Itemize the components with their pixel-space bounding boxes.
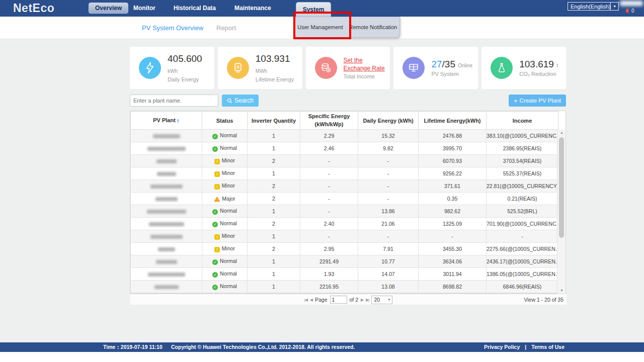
table-row[interactable]: ✓Normal 1 - 13.86 982.62 525.52(BRL) <box>131 205 558 218</box>
income-cell: 383.10(@{1000S_CURRENC... <box>487 130 558 142</box>
privacy-policy-link[interactable]: Privacy Policy <box>484 342 520 352</box>
table-header-row: PV Plant▲▼ Status Inverter Quantity Spec… <box>131 112 558 130</box>
search-button[interactable]: Search <box>222 95 259 107</box>
lifetime-energy-cell: 3455.30 <box>419 243 487 255</box>
subtab-pv-system-overview[interactable]: PV System Overview <box>142 17 203 38</box>
daily-energy-cell: 15.32 <box>358 130 419 142</box>
plant-name-cell[interactable] <box>131 218 202 230</box>
status-icon: ! <box>214 184 220 190</box>
scroll-up-icon[interactable]: ▲ <box>557 131 566 134</box>
status-label: Minor <box>222 233 235 239</box>
table-row[interactable]: !Major 2 - - 0.35 0.21(REAIS) <box>131 193 558 205</box>
lifetime-energy-cell: 982.62 <box>419 205 487 218</box>
plant-name-cell[interactable] <box>131 243 202 255</box>
create-pv-plant-label: Create PV Plant <box>520 98 561 104</box>
menu-item-remote-notification[interactable]: Remote Notification <box>347 24 399 30</box>
table-row[interactable]: !Minor 1 - - 9256.22 5525.37(REAIS) <box>131 167 558 180</box>
nav-tab-maintenance[interactable]: Maintenance <box>234 0 271 17</box>
page-size-value: 20 <box>372 297 387 303</box>
plant-name-cell[interactable] <box>131 255 202 268</box>
daily-energy-value: 405.600 <box>168 53 202 64</box>
nav-tab-system[interactable]: System <box>296 2 331 17</box>
daily-energy-cell: - <box>358 230 419 243</box>
nav-tab-historical-data[interactable]: Historical Data <box>174 0 216 17</box>
plant-name-cell[interactable] <box>131 193 202 205</box>
table-row[interactable]: !Minor 2 - - 371.61 22.81(@{1000S_CURREN… <box>131 180 558 193</box>
income-cell: 2386.95(REAIS) <box>487 142 558 155</box>
plant-name-cell[interactable] <box>131 155 202 167</box>
create-pv-plant-button[interactable]: + Create PV Plant <box>509 95 566 107</box>
first-page-icon[interactable]: |◀ <box>304 298 307 302</box>
income-cell: - <box>487 230 558 243</box>
footer-copyright: Copyright © Huawei Technologies Co.,Ltd.… <box>171 342 355 352</box>
lifetime-energy-label: Lifetime Energy <box>256 76 302 82</box>
table-row[interactable]: ✓Normal 1 2.46 9.82 3995.70 2386.95(REAI… <box>131 142 558 155</box>
inverter-quantity-cell: 1 <box>248 205 300 218</box>
plant-name-input[interactable] <box>130 95 218 107</box>
neteco-logo: NetEco <box>13 2 54 15</box>
plant-name-redacted <box>147 147 186 151</box>
status-label: Minor <box>222 245 235 251</box>
table-row[interactable]: ✓Normal 1 2.29 15.32 2476.88 383.10(@{10… <box>131 130 558 142</box>
inverter-quantity-cell: 1 <box>248 268 300 281</box>
menu-item-user-management[interactable]: User Management <box>294 24 347 30</box>
plant-name-cell[interactable] <box>131 180 202 193</box>
nav-tab-monitor[interactable]: Monitor <box>133 0 155 17</box>
plant-name-cell[interactable] <box>131 230 202 243</box>
table-row[interactable]: !Minor 2 2.95 7.91 3455.30 2275.66(@{100… <box>131 243 558 255</box>
page-number-input[interactable] <box>330 296 347 304</box>
plant-name-redacted <box>157 172 176 176</box>
table-row[interactable]: ✓Normal 1 2216.95 13.08 8698.82 6846.96(… <box>131 281 558 293</box>
sort-icon[interactable]: ▲▼ <box>177 119 180 124</box>
card-total-income: Set the Exchange Rate Total Income <box>306 47 390 89</box>
card-pv-system: 27/35 Online PV System <box>393 47 478 89</box>
plant-name-cell[interactable] <box>131 130 202 142</box>
daily-energy-cell: - <box>358 180 419 193</box>
nav-tab-overview[interactable]: Overview <box>89 3 128 14</box>
table-row[interactable]: ✓Normal 2 2.40 21.06 1325.09 701.90(@{10… <box>131 218 558 230</box>
table-row[interactable]: !Minor 1 - - - - <box>131 230 558 243</box>
scroll-down-icon[interactable]: ▼ <box>557 289 566 292</box>
footer-separator: | <box>525 342 526 352</box>
status-cell: ✓Normal <box>202 268 248 281</box>
status-cell: !Major <box>202 193 248 205</box>
scrollbar-thumb[interactable] <box>559 137 564 238</box>
income-cell: 3703.54(REAIS) <box>487 155 558 167</box>
alarm-indicator[interactable]: 0 <box>625 8 634 14</box>
table-row[interactable]: ✓Normal 1 2291.49 10.77 3634.06 2436.17(… <box>131 255 558 268</box>
last-page-icon[interactable]: ▶| <box>366 298 369 302</box>
plant-name-cell[interactable] <box>131 205 202 218</box>
status-cell: !Minor <box>202 155 248 167</box>
status-cell: ✓Normal <box>202 205 248 218</box>
pv-total-count: /35 <box>442 59 455 69</box>
table-row[interactable]: ✓Normal 1 1.93 14.07 3011.94 1386.05(@{1… <box>131 268 558 281</box>
income-cell: 6846.96(REAIS) <box>487 281 558 293</box>
status-icon: ✓ <box>212 285 218 290</box>
page-of-label: of 2 <box>350 297 359 303</box>
next-page-icon[interactable]: ▶ <box>361 298 363 302</box>
plant-name-cell[interactable] <box>131 167 202 180</box>
inverter-quantity-cell: 2 <box>248 180 300 193</box>
table-row[interactable]: !Minor 2 - - 6070.93 3703.54(REAIS) <box>131 155 558 167</box>
plant-name-redacted <box>156 159 177 163</box>
inverter-quantity-cell: 2 <box>248 243 300 255</box>
plant-name-cell[interactable] <box>131 268 202 281</box>
plant-name-redacted <box>156 260 177 264</box>
page-size-select[interactable]: 20 ▼ <box>371 296 392 304</box>
lifetime-energy-cell: 9256.22 <box>419 167 487 180</box>
subtab-report[interactable]: Report <box>216 17 236 38</box>
username-redacted[interactable] <box>620 1 643 6</box>
lifetime-energy-cell: 3011.94 <box>419 268 487 281</box>
neteco-page: NetEco Overview Monitor Historical Data … <box>0 0 644 362</box>
terms-of-use-link[interactable]: Terms of Use <box>531 342 565 352</box>
plant-name-cell[interactable] <box>131 142 202 155</box>
column-pv-plant[interactable]: PV Plant▲▼ <box>131 112 202 130</box>
language-select[interactable]: English(English) ▼ <box>568 2 619 11</box>
prev-page-icon[interactable]: ◀ <box>310 298 312 302</box>
lifetime-energy-cell: 2476.88 <box>419 130 487 142</box>
lifetime-energy-cell: 3995.70 <box>419 142 487 155</box>
table-scrollbar[interactable]: ▲ ▼ <box>557 129 566 294</box>
plant-name-cell[interactable] <box>131 281 202 293</box>
set-exchange-rate-link[interactable]: Set the Exchange Rate <box>344 56 390 72</box>
lifetime-energy-cell: 8698.82 <box>419 281 487 293</box>
